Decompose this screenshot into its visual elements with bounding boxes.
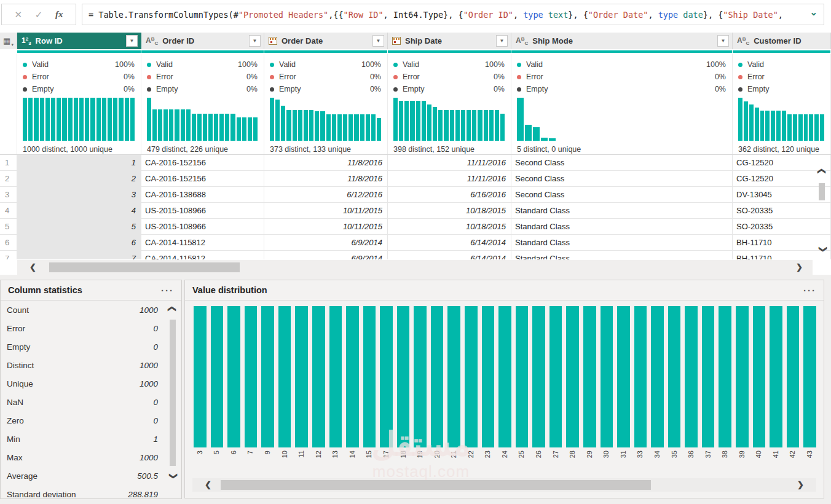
- distribution-bar[interactable]: [787, 306, 800, 447]
- distribution-scrollbar-thumb[interactable]: [221, 480, 651, 490]
- row-number[interactable]: 1: [0, 155, 17, 171]
- cell-order-id[interactable]: CA-2014-115812: [141, 235, 264, 251]
- cell-row-id[interactable]: 4: [17, 203, 141, 219]
- cell-order-date[interactable]: 10/11/2015: [264, 219, 388, 235]
- cell-ship-mode[interactable]: Second Class: [511, 187, 733, 203]
- cell-order-date[interactable]: 6/9/2014: [264, 235, 388, 251]
- cell-row-id[interactable]: 3: [17, 187, 141, 203]
- check-icon[interactable]: ✓: [35, 9, 43, 20]
- cell-order-id[interactable]: US-2015-108966: [141, 203, 264, 219]
- distribution-bar[interactable]: [227, 306, 240, 447]
- cell-customer-id[interactable]: BH-11710: [733, 251, 831, 259]
- cell-row-id[interactable]: 6: [17, 235, 141, 251]
- distribution-bar[interactable]: [278, 306, 291, 447]
- cell-customer-id[interactable]: BH-11710: [733, 235, 831, 251]
- distribution-bar[interactable]: [211, 306, 224, 447]
- filter-dropdown-icon[interactable]: ▼: [496, 35, 508, 47]
- cell-ship-date[interactable]: 10/18/2015: [388, 219, 511, 235]
- cell-ship-date[interactable]: 11/11/2016: [388, 155, 511, 171]
- cell-order-date[interactable]: 10/11/2015: [264, 203, 388, 219]
- cell-order-date[interactable]: 11/8/2016: [264, 171, 388, 187]
- cell-ship-mode[interactable]: Standard Class: [511, 235, 733, 251]
- distribution-bar[interactable]: [736, 306, 749, 447]
- column-header-customer-id[interactable]: ABCCustomer ID: [733, 33, 831, 49]
- distribution-bar[interactable]: [329, 306, 342, 447]
- scroll-down-icon[interactable]: ❮: [168, 473, 176, 479]
- filter-dropdown-icon[interactable]: ▼: [126, 35, 138, 47]
- table-row[interactable]: 33CA-2016-1386886/12/20166/16/2016Second…: [0, 187, 831, 203]
- cell-customer-id[interactable]: CG-12520: [733, 155, 831, 171]
- cell-ship-mode[interactable]: Standard Class: [511, 219, 733, 235]
- row-number[interactable]: 2: [0, 171, 17, 187]
- cell-row-id[interactable]: 7: [17, 251, 141, 259]
- scroll-down-icon[interactable]: ❮: [818, 246, 826, 253]
- cell-order-id[interactable]: CA-2016-152156: [141, 155, 264, 171]
- filter-dropdown-icon[interactable]: ▼: [372, 35, 384, 47]
- cell-row-id[interactable]: 2: [17, 171, 141, 187]
- horizontal-scrollbar-thumb[interactable]: [49, 262, 240, 272]
- cell-ship-mode[interactable]: Standard Class: [511, 203, 733, 219]
- cell-ship-date[interactable]: 10/18/2015: [388, 203, 511, 219]
- cell-order-id[interactable]: CA-2014-115812: [141, 251, 264, 259]
- distribution-bar[interactable]: [617, 306, 630, 447]
- scroll-right-icon[interactable]: ❯: [796, 263, 803, 271]
- distribution-bar[interactable]: [651, 306, 664, 447]
- table-row[interactable]: 22CA-2016-15215611/8/201611/11/2016Secon…: [0, 171, 831, 187]
- distribution-bar[interactable]: [295, 306, 308, 447]
- cell-order-date[interactable]: 6/12/2016: [264, 187, 388, 203]
- distribution-scrollbar[interactable]: ❮ ❯: [192, 478, 816, 492]
- cell-ship-date[interactable]: 6/14/2014: [388, 235, 511, 251]
- distribution-bar[interactable]: [583, 306, 596, 447]
- cell-order-id[interactable]: CA-2016-152156: [141, 171, 264, 187]
- cell-ship-mode[interactable]: Second Class: [511, 155, 733, 171]
- cell-order-date[interactable]: 11/8/2016: [264, 155, 388, 171]
- column-header-ship-mode[interactable]: ABCShip Mode▼: [511, 33, 733, 49]
- distribution-bar[interactable]: [363, 306, 376, 447]
- column-header-ship-date[interactable]: Ship Date▼: [388, 33, 511, 49]
- more-options-icon[interactable]: ···: [803, 285, 816, 296]
- cell-row-id[interactable]: 1: [17, 155, 141, 171]
- cell-customer-id[interactable]: SO-20335: [733, 203, 831, 219]
- scroll-up-icon[interactable]: ❮: [168, 305, 176, 312]
- distribution-bar[interactable]: [549, 306, 562, 447]
- distribution-bar[interactable]: [702, 306, 715, 447]
- distribution-bar[interactable]: [194, 306, 207, 447]
- table-row[interactable]: 44US-2015-10896610/11/201510/18/2015Stan…: [0, 203, 831, 219]
- distribution-bar[interactable]: [668, 306, 681, 447]
- distribution-bar[interactable]: [346, 306, 359, 447]
- filter-dropdown-icon[interactable]: ▼: [249, 35, 261, 47]
- distribution-bar[interactable]: [431, 306, 444, 447]
- distribution-bar[interactable]: [803, 306, 816, 447]
- distribution-bar[interactable]: [397, 306, 410, 447]
- scroll-left-icon[interactable]: ❮: [205, 481, 211, 489]
- filter-dropdown-icon[interactable]: ▼: [717, 35, 729, 47]
- cell-ship-mode[interactable]: Standard Class: [511, 251, 733, 259]
- row-number[interactable]: 5: [0, 219, 17, 235]
- table-row[interactable]: 11CA-2016-15215611/8/201611/11/2016Secon…: [0, 155, 831, 171]
- distribution-bar[interactable]: [465, 306, 478, 447]
- distribution-bar[interactable]: [719, 306, 731, 447]
- distribution-bar[interactable]: [634, 306, 647, 447]
- table-row[interactable]: 55US-2015-10896610/11/201510/18/2015Stan…: [0, 219, 831, 235]
- cell-order-id[interactable]: CA-2016-138688: [141, 187, 264, 203]
- distribution-bar[interactable]: [498, 306, 511, 447]
- row-number[interactable]: 4: [0, 203, 17, 219]
- row-number[interactable]: 7: [0, 251, 17, 259]
- distribution-bar[interactable]: [532, 306, 545, 447]
- stats-scrollbar[interactable]: ❮ ❮: [168, 305, 178, 489]
- select-all-button[interactable]: ▦ ▾: [0, 33, 17, 49]
- table-row[interactable]: 77CA-2014-1158126/9/20146/14/2014Standar…: [0, 251, 831, 259]
- formula-expand-chevron-icon[interactable]: ⌄: [809, 7, 817, 18]
- scroll-left-icon[interactable]: ❮: [30, 263, 36, 271]
- cell-row-id[interactable]: 5: [17, 219, 141, 235]
- cell-ship-date[interactable]: 6/14/2014: [388, 251, 511, 259]
- formula-input[interactable]: = Table.TransformColumnTypes(#"Promoted …: [82, 4, 824, 25]
- cell-customer-id[interactable]: DV-13045: [733, 187, 831, 203]
- distribution-bar[interactable]: [245, 306, 258, 447]
- cell-ship-date[interactable]: 6/16/2016: [388, 187, 511, 203]
- cell-order-date[interactable]: 6/9/2014: [264, 251, 388, 259]
- distribution-bar[interactable]: [261, 306, 274, 447]
- distribution-bar[interactable]: [312, 306, 325, 447]
- distribution-bar[interactable]: [770, 306, 782, 447]
- distribution-bar[interactable]: [380, 306, 393, 447]
